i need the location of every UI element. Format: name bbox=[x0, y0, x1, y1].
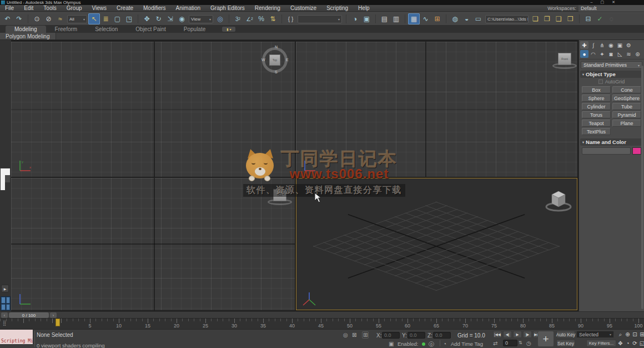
toggle-layer-explorer-button[interactable]: ▥ bbox=[390, 13, 402, 24]
close-button[interactable]: ✕ bbox=[612, 0, 615, 4]
select-and-rotate-button[interactable]: ↻ bbox=[153, 13, 164, 24]
track-bar[interactable]: ⣿ 51015202530354045505560657075808590951… bbox=[0, 318, 644, 329]
tab-polygon-modeling[interactable]: Polygon Modeling bbox=[0, 33, 56, 39]
display-tab[interactable]: ▣ bbox=[616, 41, 624, 49]
zoom-region-button[interactable]: ⊞ bbox=[639, 331, 644, 338]
folder-favorites-button[interactable]: ❒ bbox=[565, 13, 576, 24]
viewcube-top[interactable]: Top NESW bbox=[262, 47, 288, 73]
menu-group[interactable]: Group bbox=[62, 5, 87, 12]
x-coordinate-field[interactable]: 0.0 bbox=[382, 332, 400, 339]
select-and-scale-button[interactable]: ⇲ bbox=[164, 13, 176, 24]
hierarchy-tab[interactable]: ⋔ bbox=[598, 41, 606, 49]
geosphere-button[interactable]: GeoSphere bbox=[612, 95, 641, 102]
rendered-frame-window-button[interactable]: ▭ bbox=[472, 13, 484, 24]
menu-edit[interactable]: Edit bbox=[19, 5, 38, 12]
ribbon-tab-selection[interactable]: Selection bbox=[86, 26, 127, 33]
current-frame-marker[interactable] bbox=[56, 319, 60, 326]
next-key-button[interactable]: › bbox=[50, 312, 57, 318]
mirror-button[interactable]: ◑ bbox=[349, 13, 361, 24]
menu-scripting[interactable]: Scripting bbox=[321, 5, 353, 12]
box-button[interactable]: Box bbox=[582, 86, 611, 93]
autogrid-checkbox[interactable]: AutoGrid bbox=[579, 78, 644, 86]
menu-rendering[interactable]: Rendering bbox=[250, 5, 285, 12]
previous-key-button[interactable]: ‹ bbox=[1, 312, 8, 318]
pan-button[interactable]: ✥ bbox=[617, 340, 623, 347]
viewport-front[interactable]: Front bbox=[296, 42, 577, 177]
absolute-offset-toggle-button[interactable]: ⊞ bbox=[362, 331, 369, 339]
toggle-scene-explorer-button[interactable]: ▤ bbox=[379, 13, 390, 24]
name-color-rollout-header[interactable]: ▾ Name and Color bbox=[580, 138, 643, 146]
ribbon-tab-freeform[interactable]: Freeform bbox=[46, 26, 87, 33]
auto-key-button[interactable]: Auto Key bbox=[556, 331, 575, 338]
object-type-rollout-header[interactable]: ▾ Object Type bbox=[580, 71, 643, 78]
maximize-button[interactable]: ▢ bbox=[601, 0, 605, 4]
viewport-top[interactable]: Top NESW x y bbox=[11, 42, 295, 177]
add-time-tag-button[interactable]: Add Time Tag bbox=[451, 341, 483, 347]
folder-open-button[interactable]: ❐ bbox=[541, 13, 553, 24]
orbit-button[interactable]: ⟳ bbox=[632, 340, 638, 347]
undo-button[interactable]: ↶ bbox=[2, 13, 13, 24]
menu-views[interactable]: Views bbox=[87, 5, 112, 12]
key-filters-button[interactable]: Key Filters... bbox=[586, 340, 616, 347]
textplus-button[interactable]: TextPlus bbox=[582, 128, 611, 135]
shapes-tab[interactable]: ◠ bbox=[589, 50, 597, 58]
y-coordinate-field[interactable]: 0.0 bbox=[407, 332, 425, 339]
align-button[interactable]: ▣ bbox=[361, 13, 373, 24]
pyramid-button[interactable]: Pyramid bbox=[612, 111, 641, 118]
selection-filter-dropdown[interactable]: All▾ bbox=[67, 15, 87, 23]
inactive-circle-button[interactable]: ◌ bbox=[606, 13, 617, 24]
time-configuration-button[interactable]: ◷ bbox=[526, 340, 531, 346]
viewcube-face-label[interactable]: Left bbox=[273, 189, 286, 201]
angle-snap-toggle-button[interactable]: ∠² bbox=[244, 13, 255, 24]
viewport-perspective-active[interactable] bbox=[296, 178, 577, 310]
viewcube-perspective[interactable] bbox=[542, 187, 575, 215]
viewcube-face-label[interactable]: Front bbox=[558, 53, 571, 65]
tube-button[interactable]: Tube bbox=[612, 103, 641, 110]
lights-tab[interactable]: ✦ bbox=[598, 50, 606, 58]
select-and-place-button[interactable]: ◉ bbox=[176, 13, 188, 24]
field-of-view-button[interactable]: ◔ bbox=[625, 340, 631, 347]
utilities-tab[interactable]: ⚙ bbox=[625, 41, 633, 49]
z-coordinate-field[interactable]: 0.0 bbox=[433, 332, 451, 339]
workspaces-dropdown[interactable]: Default bbox=[578, 5, 644, 12]
systems-tab[interactable]: ⊛ bbox=[633, 50, 642, 58]
torus-button[interactable]: Torus bbox=[582, 111, 611, 118]
plane-button[interactable]: Plane bbox=[612, 120, 641, 127]
unlink-selection-button[interactable]: ⊘ bbox=[43, 13, 54, 24]
render-setup-button[interactable]: ◒ bbox=[461, 13, 472, 24]
minimize-button[interactable]: – bbox=[591, 0, 593, 4]
select-and-link-button[interactable]: ⊙ bbox=[31, 13, 43, 24]
curve-editor-button[interactable]: ∿ bbox=[420, 13, 431, 24]
menu-animation[interactable]: Animation bbox=[171, 5, 205, 12]
window-crossing-toggle-button[interactable]: ◳ bbox=[123, 13, 135, 24]
primitives-category-dropdown[interactable]: Standard Primitives ▾ bbox=[581, 61, 642, 69]
menu-help[interactable]: Help bbox=[353, 5, 375, 12]
previous-frame-button[interactable]: ◀| bbox=[503, 331, 512, 338]
menu-create[interactable]: Create bbox=[112, 5, 138, 12]
folder-recent-button[interactable]: ❑ bbox=[553, 13, 565, 24]
menu-graph-editors[interactable]: Graph Editors bbox=[205, 5, 250, 12]
rectangular-selection-region-button[interactable]: ▢ bbox=[112, 13, 123, 24]
redo-button[interactable]: ↷ bbox=[13, 13, 25, 24]
modify-tab[interactable]: ∫ bbox=[589, 41, 597, 49]
current-frame-field[interactable]: 0 bbox=[503, 340, 517, 346]
maximize-viewport-toggle-button[interactable]: ◱ bbox=[639, 340, 644, 347]
bind-to-space-warp-button[interactable]: ≈ bbox=[54, 13, 66, 24]
maxscript-mini-listener[interactable]: Scripting Mi bbox=[0, 330, 33, 344]
checked-circle-button[interactable]: ✓ bbox=[594, 13, 606, 24]
folder-new-button[interactable]: ❏ bbox=[530, 13, 541, 24]
object-name-field[interactable] bbox=[582, 147, 631, 155]
viewport-layout-tabs[interactable] bbox=[1, 296, 11, 311]
select-object-button[interactable]: ↖ bbox=[88, 13, 100, 24]
menu-modifiers[interactable]: Modifiers bbox=[138, 5, 171, 12]
space-warps-tab[interactable]: ≋ bbox=[625, 50, 633, 58]
menu-customize[interactable]: Customize bbox=[285, 5, 321, 12]
schematic-view-button[interactable]: ⊞ bbox=[431, 13, 443, 24]
select-and-move-button[interactable]: ✥ bbox=[141, 13, 153, 24]
object-color-swatch[interactable] bbox=[632, 147, 641, 155]
ribbon-tab-object-paint[interactable]: Object Paint bbox=[127, 26, 174, 33]
ribbon-config-button[interactable]: ▮▾ bbox=[222, 27, 235, 32]
viewcube-face-label[interactable]: Top bbox=[269, 54, 280, 66]
isolate-selection-toggle-button[interactable]: ◎ bbox=[343, 332, 348, 338]
frame-spinner[interactable]: ⇅ bbox=[519, 340, 522, 345]
